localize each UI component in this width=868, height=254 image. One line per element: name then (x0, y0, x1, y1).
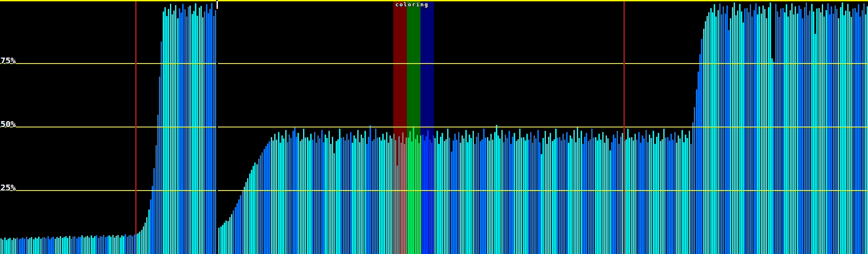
gridline-label-75: 75% (0, 56, 16, 65)
gridline-label-25: 25% (0, 183, 16, 192)
coloring-annotation-label: coloring (395, 2, 429, 7)
labels-layer: coloring 75%50%25% (0, 0, 868, 254)
waveform-monitor-screen: coloring 75%50%25% (0, 0, 868, 254)
gridline-label-50: 50% (0, 120, 16, 128)
